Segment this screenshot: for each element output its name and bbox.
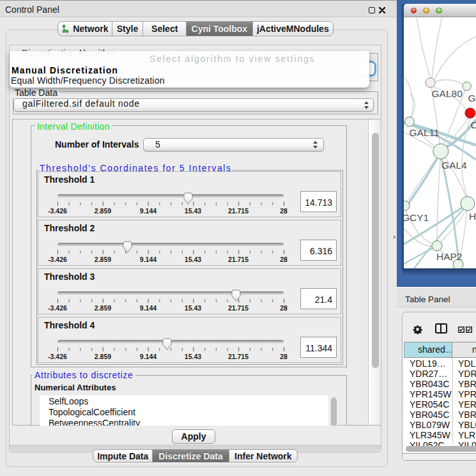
svg-text:GAL4: GAL4: [441, 160, 467, 171]
svg-text:GAL80: GAL80: [432, 88, 463, 99]
svg-text:GCY1: GCY1: [404, 212, 429, 223]
svg-text:GA: GA: [468, 93, 476, 104]
svg-text:HAP2: HAP2: [436, 251, 463, 262]
svg-text:GAL11: GAL11: [410, 127, 440, 138]
svg-text:C: C: [471, 119, 476, 130]
svg-text:HIS: HIS: [469, 211, 476, 222]
